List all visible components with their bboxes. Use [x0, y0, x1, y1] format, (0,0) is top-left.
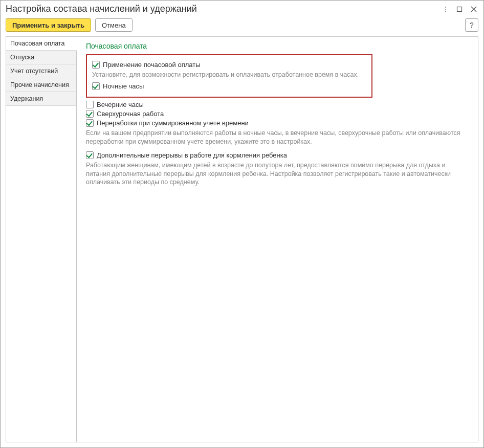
hint-hourly-pay: Установите, для возможности регистрирова…: [92, 71, 366, 79]
content-panel: Почасовая оплата Применение почасовой оп…: [77, 37, 478, 442]
maximize-icon[interactable]: [455, 5, 464, 14]
sidebar-item-absences[interactable]: Учет отсутствий: [6, 64, 77, 78]
toolbar: Применить и закрыть Отмена ?: [1, 16, 483, 36]
hint-hours: Если на вашем предприятии выполняются ра…: [86, 129, 469, 146]
svg-rect-0: [457, 7, 462, 11]
titlebar: Настройка состава начислений и удержаний…: [1, 1, 483, 16]
hint-feeding: Работающим женщинам, имеющим детей в воз…: [86, 161, 469, 187]
label-feeding-breaks: Дополнительные перерывы в работе для кор…: [97, 151, 287, 159]
checkbox-overwork-summarized[interactable]: [86, 119, 94, 127]
sidebar-item-label: Учет отсутствий: [10, 68, 58, 75]
menu-icon[interactable]: ⋮: [441, 5, 450, 14]
row-feeding-breaks: Дополнительные перерывы в работе для кор…: [86, 151, 469, 159]
workarea: Почасовая оплата Отпуска Учет отсутствий…: [6, 36, 478, 442]
row-evening-hours: Вечерние часы: [86, 101, 469, 108]
sidebar-item-label: Почасовая оплата: [10, 40, 64, 47]
sidebar: Почасовая оплата Отпуска Учет отсутствий…: [6, 37, 77, 442]
sidebar-item-other-accruals[interactable]: Прочие начисления: [6, 78, 77, 92]
section-title: Почасовая оплата: [86, 42, 469, 50]
window-title: Настройка состава начислений и удержаний: [6, 4, 441, 14]
row-overtime: Сверхурочная работа: [86, 110, 469, 118]
label-overtime: Сверхурочная работа: [97, 110, 164, 118]
close-icon[interactable]: [469, 5, 478, 14]
checkbox-feeding-breaks[interactable]: [86, 151, 94, 159]
sidebar-item-deductions[interactable]: Удержания: [6, 92, 77, 106]
row-overwork-summarized: Переработки при суммированном учете врем…: [86, 119, 469, 127]
row-night-hours: Ночные часы: [92, 82, 366, 90]
checkbox-night-hours[interactable]: [92, 82, 100, 90]
window-controls: ⋮: [441, 5, 478, 14]
sidebar-blank: [6, 106, 77, 442]
label-night-hours: Ночные часы: [103, 82, 144, 90]
label-evening-hours: Вечерние часы: [97, 101, 144, 108]
label-hourly-pay: Применение почасовой оплаты: [103, 61, 201, 69]
highlight-frame: Применение почасовой оплаты Установите, …: [86, 54, 372, 98]
checkbox-hourly-pay[interactable]: [92, 61, 100, 69]
label-overwork-summarized: Переработки при суммированном учете врем…: [97, 119, 249, 127]
row-hourly-pay: Применение почасовой оплаты: [92, 61, 366, 69]
sidebar-item-hourly-pay[interactable]: Почасовая оплата: [6, 37, 77, 51]
sidebar-item-label: Прочие начисления: [10, 81, 69, 88]
sidebar-item-label: Удержания: [10, 95, 43, 102]
help-button[interactable]: ?: [465, 18, 478, 32]
sidebar-item-label: Отпуска: [10, 54, 34, 61]
sidebar-item-vacations[interactable]: Отпуска: [6, 51, 77, 64]
checkbox-overtime[interactable]: [86, 110, 94, 118]
cancel-button[interactable]: Отмена: [95, 18, 133, 32]
apply-close-button[interactable]: Применить и закрыть: [6, 18, 91, 32]
checkbox-evening-hours[interactable]: [86, 101, 94, 108]
